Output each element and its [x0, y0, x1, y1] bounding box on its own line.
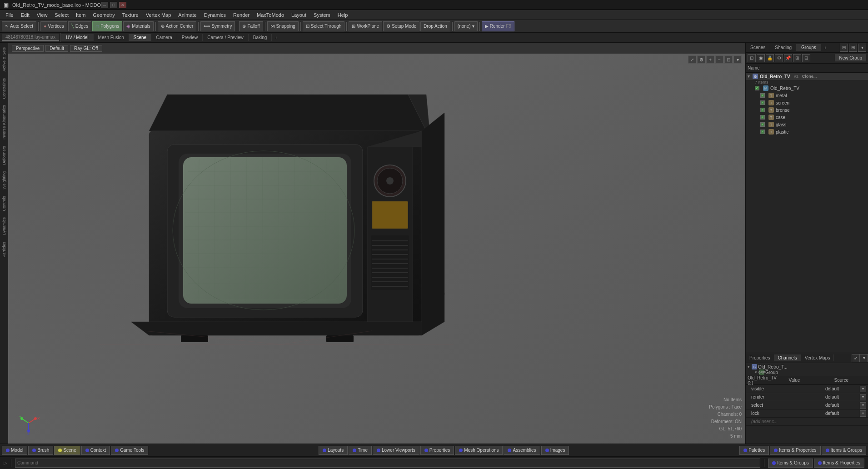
- ch-select-dropdown[interactable]: ▾: [860, 402, 866, 409]
- game-tools-button[interactable]: Game Tools: [111, 446, 148, 455]
- menu-vertexmap[interactable]: Vertex Map: [142, 11, 175, 19]
- tree-item-glass[interactable]: ✓ T glass: [746, 121, 868, 128]
- none-dropdown[interactable]: (none) ▾: [454, 21, 478, 31]
- menu-geometry[interactable]: Geometry: [89, 11, 118, 19]
- tab-shading[interactable]: Shading: [770, 44, 797, 51]
- edges-button[interactable]: ╲ Edges: [68, 21, 91, 31]
- channel-visible[interactable]: visible default ▾: [746, 385, 868, 393]
- visibility-check-bronse[interactable]: ✓: [760, 108, 765, 112]
- polygons-button[interactable]: ◻ Polygons: [92, 21, 122, 31]
- channel-select[interactable]: select default ▾: [746, 401, 868, 409]
- perspective-button[interactable]: Perspective: [12, 45, 44, 52]
- falloff-button[interactable]: ⊛ Falloff: [239, 21, 263, 31]
- tab-camera[interactable]: Camera: [151, 34, 177, 41]
- action-center-button[interactable]: ⊕ Action Center: [158, 21, 197, 31]
- viewport-settings-icon[interactable]: ⚙: [697, 55, 705, 64]
- tab-scene[interactable]: Scene: [129, 34, 151, 41]
- menu-layout[interactable]: Layout: [288, 11, 310, 19]
- settings-groups-icon[interactable]: ⚙: [775, 54, 783, 62]
- menu-item[interactable]: Item: [72, 11, 89, 19]
- command-input[interactable]: [15, 459, 760, 468]
- render-button[interactable]: ▶ Render F9: [482, 21, 514, 31]
- sidebar-weighting[interactable]: Weighting: [1, 169, 7, 192]
- expand-channels-icon[interactable]: ⤢: [852, 354, 860, 362]
- more-channels-icon[interactable]: ▾: [860, 354, 868, 362]
- viewport[interactable]: Perspective Default Ray GL: Off ⤢ ⚙ + − …: [8, 43, 745, 444]
- items-properties-status-button[interactable]: Items & Properties: [814, 459, 864, 468]
- menu-select[interactable]: Select: [51, 11, 72, 19]
- visibility-check-case[interactable]: ✓: [760, 115, 765, 120]
- collapse-icon[interactable]: ⊟: [802, 54, 810, 62]
- auto-select-button[interactable]: ↖ Auto Select: [2, 21, 36, 31]
- tree-item-bronse[interactable]: ✓ T bronse: [746, 106, 868, 114]
- tree-item-metal[interactable]: ✓ T metal: [746, 92, 868, 99]
- menu-edit[interactable]: Edit: [17, 11, 33, 19]
- channel-render[interactable]: render default ▾: [746, 393, 868, 401]
- tab-preview[interactable]: Preview: [177, 34, 203, 41]
- items-properties-button[interactable]: Items & Properties: [770, 446, 820, 455]
- menu-dynamics[interactable]: Dynamics: [200, 11, 229, 19]
- tree-item-old-retro-tv[interactable]: ✓ M Old_Retro_TV: [751, 85, 868, 92]
- sidebar-controls[interactable]: Controls: [1, 193, 7, 214]
- mesh-operations-button[interactable]: Mesh Operations: [455, 446, 503, 455]
- setup-mode-button[interactable]: ⚙ Setup Mode: [383, 21, 419, 31]
- tab-add-button[interactable]: +: [821, 44, 829, 51]
- assemblies-button[interactable]: Assemblies: [504, 446, 540, 455]
- lock-groups-icon[interactable]: 🔒: [766, 54, 774, 62]
- drop-action-button[interactable]: Drop Action: [420, 21, 450, 31]
- tab-camera-preview[interactable]: Camera / Preview: [203, 34, 248, 41]
- tab-add-button[interactable]: +: [272, 34, 280, 41]
- sidebar-active-sets[interactable]: Active & Sets: [1, 45, 7, 75]
- ch-render-dropdown[interactable]: ▾: [860, 394, 866, 400]
- sidebar-deformers[interactable]: Deformers: [1, 143, 7, 168]
- new-group-button[interactable]: New Group: [835, 55, 866, 61]
- tree-item-case[interactable]: ✓ T case: [746, 114, 868, 121]
- menu-view[interactable]: View: [33, 11, 51, 19]
- group-root-item[interactable]: ▾ G Old_Retro_TV v1 Clone...: [746, 73, 868, 80]
- tab-groups[interactable]: Groups: [797, 44, 821, 51]
- pin-icon[interactable]: 📌: [784, 54, 792, 62]
- more-right-icon[interactable]: ▾: [858, 44, 866, 52]
- menu-file[interactable]: File: [2, 11, 17, 19]
- menu-animate[interactable]: Animate: [175, 11, 200, 19]
- tab-baking[interactable]: Baking: [249, 34, 272, 41]
- visibility-check-glass[interactable]: ✓: [760, 122, 765, 127]
- expand-icon[interactable]: ⊞: [793, 54, 801, 62]
- ray-gl-button[interactable]: Ray GL: Off: [70, 45, 102, 52]
- collapse-right-icon[interactable]: ⊟: [840, 44, 848, 52]
- menu-maxtomodo[interactable]: MaxToModo: [253, 11, 288, 19]
- lower-viewports-button[interactable]: Lower Viewports: [373, 446, 419, 455]
- model-button[interactable]: Model: [2, 446, 27, 455]
- 3d-viewport-canvas[interactable]: [8, 54, 745, 444]
- layouts-button[interactable]: Layouts: [319, 446, 348, 455]
- tab-properties[interactable]: Properties: [746, 354, 774, 361]
- maximize-button[interactable]: □: [110, 2, 117, 8]
- visibility-check-plastic[interactable]: ✓: [760, 130, 765, 134]
- tree-item-screen[interactable]: ✓ T screen: [746, 99, 868, 106]
- symmetry-button[interactable]: ⟺ Symmetry: [200, 21, 235, 31]
- close-button[interactable]: ✕: [119, 2, 126, 8]
- channel-lock[interactable]: lock default ▾: [746, 409, 868, 418]
- sidebar-constraints[interactable]: Constraints: [1, 75, 7, 102]
- tab-channels[interactable]: Channels: [774, 354, 801, 361]
- more-icon[interactable]: ▾: [733, 55, 742, 64]
- images-button[interactable]: Images: [541, 446, 569, 455]
- tree-item-plastic[interactable]: ✓ T plastic: [746, 128, 868, 135]
- visibility-check-screen[interactable]: ✓: [760, 100, 765, 105]
- tab-mesh-fusion[interactable]: Mesh Fusion: [94, 34, 129, 41]
- default-shading-button[interactable]: Default: [45, 45, 68, 52]
- items-groups-status-button[interactable]: Items & Groups: [768, 459, 813, 468]
- zoom-out-icon[interactable]: −: [715, 55, 723, 64]
- menu-help[interactable]: Help: [334, 11, 352, 19]
- visibility-icon[interactable]: ◉: [757, 54, 765, 62]
- fit-icon[interactable]: ⊡: [724, 55, 733, 64]
- items-groups-button[interactable]: Items & Groups: [822, 446, 866, 455]
- sidebar-dynamics[interactable]: Dynamics: [1, 215, 7, 238]
- vertices-button[interactable]: ● Vertices: [40, 21, 67, 31]
- context-button[interactable]: Context: [81, 446, 110, 455]
- visibility-check[interactable]: ✓: [755, 86, 759, 90]
- minimize-button[interactable]: ─: [101, 2, 108, 8]
- maximize-viewport-icon[interactable]: ⤢: [688, 55, 696, 64]
- layer-id-tab[interactable]: 48146780318:lay-unmax: [2, 34, 59, 41]
- time-button[interactable]: Time: [349, 446, 372, 455]
